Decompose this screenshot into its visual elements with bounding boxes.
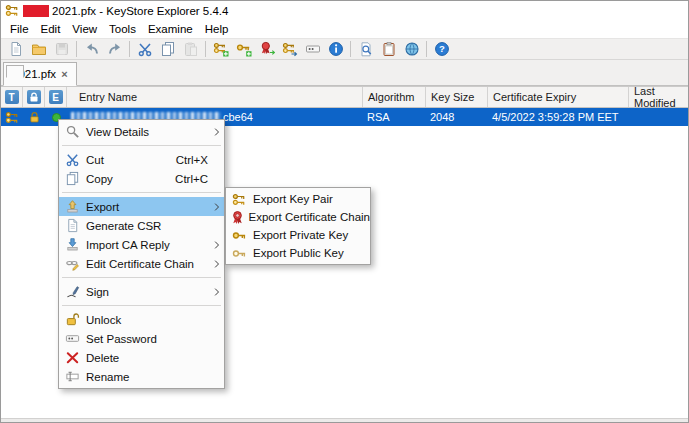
menu-item-edit-certificate-chain[interactable]: Edit Certificate Chain [59,254,224,273]
app-icon [5,3,20,18]
column-header-expiry-status[interactable]: E [45,87,67,107]
column-header-last-modified[interactable]: Last Modified [629,87,689,107]
import-icon [59,237,86,252]
tab-2021-pfx[interactable]: 2021.pfx × [3,62,77,86]
title-redaction-block [23,5,49,17]
menu-examine[interactable]: Examine [142,22,199,36]
submenu-arrow-icon [210,287,224,297]
rename-icon [59,369,86,384]
save-button[interactable] [50,39,73,59]
toolbar-separator [76,41,77,57]
import-key-pair-button[interactable] [278,39,301,59]
generate-secret-key-button[interactable] [232,39,255,59]
cut-button[interactable] [133,39,156,59]
key-pair-icon [226,192,253,207]
entry-name-suffix: cbe64 [223,111,253,123]
menu-edit[interactable]: Edit [35,22,67,36]
tab-close-icon[interactable]: × [61,68,67,80]
lock-column-icon [27,90,41,104]
import-trusted-certificate-button[interactable] [255,39,278,59]
submenu-arrow-icon [210,240,224,250]
menu-item-export[interactable]: Export [59,197,224,216]
magnifier-icon [59,124,86,139]
submenu-item-export-private-key[interactable]: Export Private Key [226,226,370,244]
generate-key-pair-button[interactable] [209,39,232,59]
menu-item-cut[interactable]: Cut Ctrl+X [59,150,224,169]
menu-separator [62,145,221,146]
new-button[interactable] [4,39,27,59]
export-submenu: Export Key Pair Export Certificate Chain… [225,187,371,265]
menu-separator [62,305,221,306]
export-icon [59,199,86,214]
key-size-cell: 2048 [426,108,488,126]
properties-button[interactable] [324,39,347,59]
tab-redaction-block [6,65,24,78]
column-header-type[interactable]: T [1,87,23,107]
undo-button[interactable] [80,39,103,59]
tab-bar: 2021.pfx × [1,60,688,86]
column-header-certificate-expiry[interactable]: Certificate Expiry [488,87,629,107]
menu-item-view-details[interactable]: View Details [59,122,224,141]
submenu-item-export-certificate-chain[interactable]: Export Certificate Chain [226,208,370,226]
toolbar-separator [350,41,351,57]
document-icon [59,218,86,233]
copy-icon [59,171,86,186]
window-title: 2021.pfx - KeyStore Explorer 5.4.4 [52,5,228,17]
open-button[interactable] [27,39,50,59]
submenu-item-export-public-key[interactable]: Export Public Key [226,244,370,262]
toolbar-separator [426,41,427,57]
submenu-item-export-key-pair[interactable]: Export Key Pair [226,190,370,208]
menu-item-generate-csr[interactable]: Generate CSR [59,216,224,235]
menu-file[interactable]: File [4,22,35,36]
menu-item-sign[interactable]: Sign [59,282,224,301]
toolbar-separator [129,41,130,57]
shortcut-label: Ctrl+C [175,173,208,185]
examine-file-button[interactable] [354,39,377,59]
column-header-algorithm[interactable]: Algorithm [363,87,426,107]
paste-button[interactable] [179,39,202,59]
algorithm-cell: RSA [363,108,426,126]
menu-item-set-password[interactable]: Set Password [59,329,224,348]
public-key-icon [226,246,253,261]
toolbar: ? [1,38,688,60]
expiry-column-icon: E [49,90,63,104]
set-password-button[interactable] [301,39,324,59]
scissors-icon [59,152,86,167]
submenu-arrow-icon [210,202,224,212]
certificate-expiry-cell: 4/5/2022 3:59:28 PM EET [488,108,629,126]
column-header-lock-status[interactable] [23,87,45,107]
key-pair-icon [5,110,20,125]
menu-separator [62,192,221,193]
toolbar-separator [205,41,206,57]
menu-tools[interactable]: Tools [103,22,142,36]
help-button[interactable]: ? [430,39,453,59]
examine-clipboard-button[interactable] [377,39,400,59]
menu-item-unlock[interactable]: Unlock [59,310,224,329]
context-menu: View Details Cut Ctrl+X Copy Ctrl+C Expo… [58,119,225,389]
submenu-arrow-icon [210,127,224,137]
title-bar: 2021.pfx - KeyStore Explorer 5.4.4 [1,1,688,20]
column-header-entry-name[interactable]: Entry Name [67,87,363,107]
menu-view[interactable]: View [66,22,103,36]
shortcut-label: Ctrl+X [176,154,208,166]
entry-type-cell [1,108,23,126]
pen-icon [59,284,86,299]
menu-bar: File Edit View Tools Examine Help [1,20,688,38]
menu-item-delete[interactable]: Delete [59,348,224,367]
column-header-key-size[interactable]: Key Size [426,87,488,107]
menu-item-rename[interactable]: Rename [59,367,224,386]
table-header: T E Entry Name Algorithm Key Size Certif… [1,86,689,108]
redo-button[interactable] [103,39,126,59]
last-modified-cell [629,108,689,126]
entry-lock-cell [23,108,45,126]
window-bottom-border [1,418,688,422]
menu-item-import-ca-reply[interactable]: Import CA Reply [59,235,224,254]
menu-help[interactable]: Help [199,22,235,36]
menu-item-copy[interactable]: Copy Ctrl+C [59,169,224,188]
submenu-arrow-icon [210,259,224,269]
examine-ssl-button[interactable] [400,39,423,59]
certificate-ribbon-icon [226,210,249,225]
copy-button[interactable] [156,39,179,59]
password-icon [59,331,86,346]
type-column-icon: T [5,90,19,104]
